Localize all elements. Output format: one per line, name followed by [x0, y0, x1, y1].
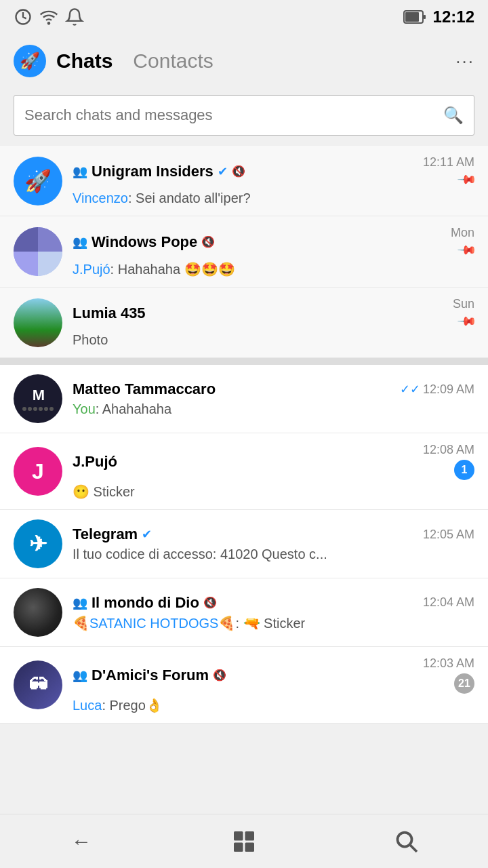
unread-badge: 21 — [454, 673, 474, 694]
home-button[interactable] — [217, 814, 271, 869]
app-logo: 🚀 — [14, 45, 46, 77]
chat-name: Windows Pope — [92, 233, 197, 251]
muted-icon: 🔇 — [201, 235, 215, 248]
chat-name-row: Lumia 435 — [73, 304, 446, 322]
chat-content-il-mondo-di-dio: 👥 Il mondo di Dio 🔇 12:04 AM 🍕SATANIC HO… — [73, 594, 474, 631]
chat-name: Matteo Tammaccaro — [73, 380, 216, 398]
preview-colon: : — [96, 401, 102, 416]
preview-text: Prego👌 — [110, 698, 163, 713]
bottom-nav: ← — [0, 814, 488, 868]
chat-name-row: Telegram ✔ — [73, 526, 416, 543]
group-icon: 👥 — [73, 164, 87, 179]
chat-preview: Il tuo codice di accesso: 41020 Questo c… — [73, 547, 474, 562]
chat-time: 12:08 AM — [423, 443, 474, 457]
preview-text: Il tuo codice di accesso: 41020 Questo c… — [73, 547, 327, 561]
pin-icon: 📌 — [456, 169, 477, 190]
tab-contacts[interactable]: Contacts — [133, 50, 213, 73]
more-menu-button[interactable]: ··· — [455, 51, 474, 72]
chat-preview: 😶 Sticker — [73, 484, 474, 500]
chat-right: ✓✓ 12:09 AM — [400, 382, 474, 397]
chat-item-telegram[interactable]: ✈ Telegram ✔ 12:05 AM Il tuo codice di a… — [0, 510, 488, 578]
muted-icon: 🔇 — [213, 669, 226, 682]
wifi-icon — [39, 7, 58, 26]
header: 🚀 Chats Contacts ··· — [0, 34, 488, 88]
chat-top: 👥 Il mondo di Dio 🔇 12:04 AM — [73, 594, 474, 612]
back-button[interactable]: ← — [54, 814, 108, 869]
avatar-windows-pope — [14, 227, 62, 276]
chat-item-lumia-435[interactable]: Lumia 435 Sun 📌 Photo — [0, 288, 488, 358]
preview-highlight: SATANIC HOTDOGS — [89, 616, 218, 631]
chat-item-matteo-tammaccaro[interactable]: M Matteo Tammaccaro ✓✓ 12:09 AM — [0, 365, 488, 433]
section-divider — [0, 358, 488, 365]
chat-item-il-mondo-di-dio[interactable]: 👥 Il mondo di Dio 🔇 12:04 AM 🍕SATANIC HO… — [0, 578, 488, 647]
tab-chats[interactable]: Chats — [56, 50, 113, 73]
chat-preview: You: Ahahahaha — [73, 401, 474, 417]
group-icon: 👥 — [73, 595, 87, 610]
search-nav-button[interactable] — [380, 814, 434, 869]
chat-preview: Vincenzo: Sei andato all'iper? — [73, 191, 474, 206]
chat-content-matteo-tammaccaro: Matteo Tammaccaro ✓✓ 12:09 AM You: Ahaha… — [73, 380, 474, 417]
avatar-unigram-insiders: 🚀 — [14, 157, 62, 205]
avatar-damicis-forum: 🕶 — [14, 660, 62, 709]
svg-line-10 — [410, 845, 417, 852]
avatar-letter: J — [32, 459, 44, 484]
search-icon[interactable]: 🔍 — [443, 106, 464, 125]
svg-point-9 — [398, 832, 412, 846]
chat-time: 12:04 AM — [423, 595, 474, 610]
search-input[interactable] — [24, 106, 443, 124]
chat-time: 12:11 AM — [423, 155, 474, 170]
chat-name-row: Matteo Tammaccaro — [73, 380, 393, 398]
chat-name-row: 👥 Unigram Insiders ✔ 🔇 — [73, 163, 416, 180]
header-tabs: Chats Contacts — [56, 50, 445, 73]
chat-item-windows-pope[interactable]: 👥 Windows Pope 🔇 Mon 📌 J.Pujó: Hahahaha … — [0, 216, 488, 288]
preview-sender: You — [73, 401, 96, 416]
chat-content-damicis-forum: 👥 D'Amici's Forum 🔇 12:03 AM 21 Luca: Pr… — [73, 656, 474, 713]
chat-name: J.Pujó — [73, 453, 117, 471]
chat-name: Telegram — [73, 526, 138, 543]
chat-item-damicis-forum[interactable]: 🕶 👥 D'Amici's Forum 🔇 12:03 AM 21 Luca: … — [0, 647, 488, 724]
chat-content-unigram-insiders: 👥 Unigram Insiders ✔ 🔇 12:11 AM 📌 Vincen… — [73, 155, 474, 206]
preview-text: Ahahahaha — [102, 401, 171, 416]
double-check-icon: ✓✓ — [400, 382, 420, 397]
chat-content-lumia-435: Lumia 435 Sun 📌 Photo — [73, 297, 474, 348]
chat-item-unigram-insiders[interactable]: 🚀 👥 Unigram Insiders ✔ 🔇 12:11 AM 📌 Vinc… — [0, 146, 488, 216]
chat-name: Unigram Insiders — [92, 163, 214, 180]
chat-time: Sun — [453, 297, 474, 311]
clock: 12:12 — [433, 7, 474, 26]
svg-rect-4 — [424, 15, 426, 19]
chat-top: J.Pujó 12:08 AM 1 — [73, 443, 474, 480]
preview-emoji-2: 🍕: 🔫 Sticker — [218, 616, 305, 631]
sync-icon — [14, 7, 33, 26]
chat-top: Telegram ✔ 12:05 AM — [73, 526, 474, 543]
chat-top: Matteo Tammaccaro ✓✓ 12:09 AM — [73, 380, 474, 398]
group-icon: 👥 — [73, 668, 87, 683]
chat-name-row: 👥 Windows Pope 🔇 — [73, 233, 444, 251]
chat-name-row: 👥 D'Amici's Forum 🔇 — [73, 667, 416, 684]
unread-badge: 1 — [454, 460, 474, 480]
preview-sender: J.Pujó — [73, 262, 110, 277]
avatar-lumia-435 — [14, 298, 62, 347]
preview-colon: : — [110, 262, 118, 277]
svg-rect-7 — [234, 842, 243, 852]
chat-name: Lumia 435 — [73, 304, 146, 322]
chat-top: 👥 D'Amici's Forum 🔇 12:03 AM 21 — [73, 656, 474, 694]
chat-name: Il mondo di Dio — [92, 594, 199, 612]
pinned-chat-list: 🚀 👥 Unigram Insiders ✔ 🔇 12:11 AM 📌 Vinc… — [0, 146, 488, 724]
chat-top: Lumia 435 Sun 📌 — [73, 297, 474, 329]
avatar-telegram: ✈ — [14, 519, 62, 568]
svg-rect-5 — [234, 831, 243, 841]
preview-colon: : — [128, 191, 136, 205]
chat-content-j-pujo: J.Pujó 12:08 AM 1 😶 Sticker — [73, 443, 474, 500]
avatar-j-pujo: J — [14, 447, 62, 496]
chat-time: Mon — [451, 226, 474, 240]
chat-item-j-pujo[interactable]: J J.Pujó 12:08 AM 1 😶 Sticker — [0, 433, 488, 510]
verified-badge: ✔ — [142, 527, 152, 542]
chat-preview: J.Pujó: Hahahaha 🤩🤩🤩 — [73, 261, 474, 277]
preview-text: Photo — [73, 332, 108, 347]
search-bar: 🔍 — [14, 95, 474, 136]
preview-colon: : — [102, 698, 109, 713]
chat-content-windows-pope: 👥 Windows Pope 🔇 Mon 📌 J.Pujó: Hahahaha … — [73, 226, 474, 277]
group-icon: 👥 — [73, 235, 87, 250]
windows-icon — [232, 829, 256, 854]
chat-top: 👥 Windows Pope 🔇 Mon 📌 — [73, 226, 474, 258]
